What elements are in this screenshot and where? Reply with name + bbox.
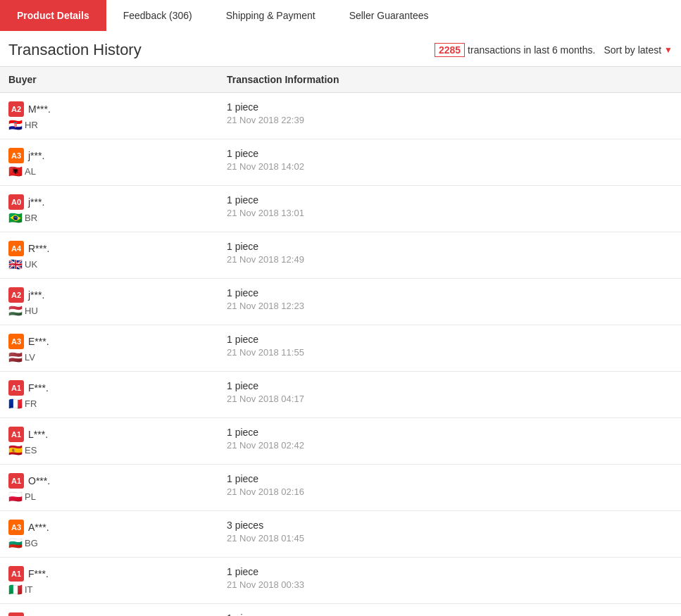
- buyer-name: j***.: [28, 196, 44, 208]
- tab-bar: Product Details Feedback (306) Shipping …: [0, 0, 681, 31]
- tab-product-details[interactable]: Product Details: [0, 0, 106, 31]
- transaction-date: 21 Nov 2018 12:49: [227, 254, 673, 265]
- piece-count: 1 piece: [227, 612, 673, 616]
- info-col: 1 piece 21 Nov 2018 12:23: [227, 287, 673, 311]
- buyer-avatar: A1: [8, 427, 24, 442]
- buyer-name: F***.: [28, 382, 49, 394]
- table-row: A0 j***. 🇧🇷 BR 1 piece 21 Nov 2018 13:01: [0, 186, 681, 232]
- buyer-col: A2 K***. 🇮🇹 IT: [8, 612, 227, 616]
- transaction-date: 21 Nov 2018 04:17: [227, 394, 673, 404]
- country-flag-icon: 🇧🇷: [8, 214, 21, 222]
- country-flag-icon: 🇧🇬: [8, 539, 21, 548]
- transaction-date: 21 Nov 2018 13:01: [227, 208, 673, 218]
- piece-count: 1 piece: [227, 334, 673, 345]
- country-code: UK: [25, 259, 37, 270]
- table-row: A1 O***. 🇵🇱 PL 1 piece 21 Nov 2018 02:16: [0, 465, 681, 511]
- transaction-count-text: transactions in last 6 months.: [468, 44, 595, 56]
- country-code: BG: [25, 538, 38, 548]
- buyer-col: A3 A***. 🇧🇬 BG: [8, 520, 227, 548]
- info-col: 1 piece 21 Nov 2018 22:39: [227, 101, 673, 125]
- buyer-name: F***.: [28, 568, 49, 579]
- country-code: HU: [25, 306, 38, 316]
- buyer-col: A0 j***. 🇧🇷 BR: [8, 194, 227, 223]
- table-row: A1 L***. 🇪🇸 ES 1 piece 21 Nov 2018 02:42: [0, 418, 681, 465]
- buyer-col: A1 F***. 🇫🇷 FR: [8, 380, 227, 409]
- country-flag-icon: 🇦🇱: [8, 168, 21, 176]
- piece-count: 1 piece: [227, 101, 673, 113]
- transaction-list: A2 M***. 🇭🇷 HR 1 piece 21 Nov 2018 22:39…: [0, 93, 681, 616]
- country-flag-icon: 🇭🇷: [8, 121, 21, 130]
- info-col: 1 piece 21 Nov 2018 02:16: [227, 473, 673, 497]
- tab-shipping-payment[interactable]: Shipping & Payment: [209, 0, 332, 31]
- country-code: FR: [25, 398, 37, 409]
- page-title: Transaction History: [8, 41, 435, 59]
- buyer-avatar: A4: [8, 241, 24, 256]
- table-row: A3 j***. 🇦🇱 AL 1 piece 21 Nov 2018 14:02: [0, 139, 681, 186]
- table-row: A2 j***. 🇭🇺 HU 1 piece 21 Nov 2018 12:23: [0, 279, 681, 325]
- buyer-col: A1 L***. 🇪🇸 ES: [8, 427, 227, 455]
- tab-seller-guarantees[interactable]: Seller Guarantees: [332, 0, 446, 31]
- buyer-avatar: A0: [8, 194, 24, 210]
- country-flag-icon: 🇭🇺: [8, 307, 21, 315]
- sort-by-button[interactable]: Sort by latest ▼: [604, 44, 673, 56]
- table-row: A3 A***. 🇧🇬 BG 3 pieces 21 Nov 2018 01:4…: [0, 511, 681, 558]
- buyer-name: j***.: [28, 150, 44, 161]
- piece-count: 3 pieces: [227, 520, 673, 531]
- buyer-avatar: A1: [8, 380, 24, 396]
- country-code: HR: [25, 120, 38, 130]
- buyer-name: M***.: [28, 103, 51, 115]
- transaction-date: 21 Nov 2018 02:16: [227, 486, 673, 497]
- piece-count: 1 piece: [227, 380, 673, 391]
- piece-count: 1 piece: [227, 427, 673, 438]
- buyer-name: R***.: [28, 243, 49, 254]
- col-info-header: Transaction Information: [227, 74, 673, 85]
- info-col: 1 piece 21 Nov 2018 11:55: [227, 334, 673, 358]
- buyer-name: L***.: [28, 429, 48, 440]
- piece-count: 1 piece: [227, 194, 673, 206]
- info-col: 1 piece 21 Nov 2018 13:01: [227, 194, 673, 218]
- info-col: 1 piece 21 Nov 2018 02:42: [227, 427, 673, 451]
- table-row: A2 K***. 🇮🇹 IT 1 piece 20 Nov 2018 23:23: [0, 604, 681, 616]
- buyer-avatar: A2: [8, 287, 24, 303]
- info-col: 1 piece 21 Nov 2018 00:33: [227, 566, 673, 590]
- info-col: 1 piece 21 Nov 2018 12:49: [227, 241, 673, 265]
- buyer-col: A4 R***. 🇬🇧 UK: [8, 241, 227, 270]
- transaction-date: 21 Nov 2018 14:02: [227, 161, 673, 172]
- country-code: ES: [25, 445, 37, 455]
- country-code: AL: [25, 166, 36, 177]
- piece-count: 1 piece: [227, 566, 673, 577]
- buyer-avatar: A1: [8, 473, 24, 489]
- buyer-name: j***.: [28, 289, 44, 301]
- transaction-count: 2285: [435, 43, 465, 57]
- buyer-avatar: A3: [8, 148, 24, 163]
- buyer-avatar: A1: [8, 566, 24, 582]
- transaction-date: 21 Nov 2018 11:55: [227, 347, 673, 358]
- country-code: BR: [25, 213, 37, 223]
- country-code: IT: [25, 584, 33, 595]
- tab-feedback[interactable]: Feedback (306): [106, 0, 209, 31]
- buyer-col: A3 E***. 🇱🇻 LV: [8, 334, 227, 363]
- buyer-name: O***.: [28, 475, 50, 486]
- table-row: A3 E***. 🇱🇻 LV 1 piece 21 Nov 2018 11:55: [0, 325, 681, 372]
- country-code: PL: [25, 491, 36, 502]
- buyer-name: A***.: [28, 522, 49, 533]
- buyer-col: A1 O***. 🇵🇱 PL: [8, 473, 227, 502]
- sort-by-label: Sort by latest: [604, 44, 661, 56]
- info-col: 3 pieces 21 Nov 2018 01:45: [227, 520, 673, 543]
- country-flag-icon: 🇵🇱: [8, 493, 21, 501]
- transaction-date: 21 Nov 2018 02:42: [227, 440, 673, 451]
- piece-count: 1 piece: [227, 287, 673, 298]
- buyer-avatar: A2: [8, 101, 24, 117]
- transaction-date: 21 Nov 2018 22:39: [227, 115, 673, 125]
- col-buyer-header: Buyer: [8, 74, 227, 85]
- transaction-header: Transaction History 2285 transactions in…: [0, 31, 681, 67]
- buyer-name: E***.: [28, 336, 49, 347]
- table-row: A1 F***. 🇮🇹 IT 1 piece 21 Nov 2018 00:33: [0, 558, 681, 604]
- table-row: A1 F***. 🇫🇷 FR 1 piece 21 Nov 2018 04:17: [0, 372, 681, 418]
- country-flag-icon: 🇫🇷: [8, 400, 21, 408]
- buyer-col: A3 j***. 🇦🇱 AL: [8, 148, 227, 177]
- piece-count: 1 piece: [227, 241, 673, 252]
- buyer-avatar: A3: [8, 520, 24, 535]
- sort-arrow-icon: ▼: [664, 45, 673, 55]
- piece-count: 1 piece: [227, 473, 673, 484]
